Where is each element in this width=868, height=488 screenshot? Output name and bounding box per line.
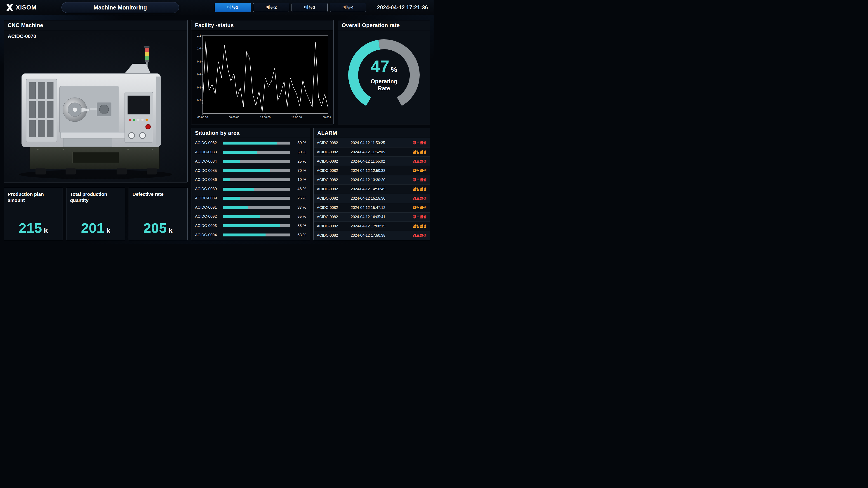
stat-number: 201: [81, 221, 104, 235]
situation-row: ACIDC-0092 55 %: [191, 212, 310, 221]
progress-bar-track: [223, 206, 290, 209]
menu-button[interactable]: 메뉴2: [253, 3, 289, 12]
svg-text:1.0: 1.0: [197, 47, 201, 50]
alarm-status-badge: 알림발생: [413, 205, 427, 210]
alarm-machine-name: ACIDC-0082: [317, 196, 351, 200]
progress-bar-fill: [223, 233, 266, 236]
svg-text:18:00:00: 18:00:00: [291, 116, 302, 119]
stat-card: Total production quantity 201 k: [66, 188, 125, 240]
svg-text:0.2: 0.2: [197, 99, 201, 102]
situation-machine-name: ACIDC-0086: [195, 177, 220, 182]
progress-bar-fill: [223, 224, 280, 227]
app-logo: XISOM: [6, 4, 37, 11]
alarm-row: ACIDC-0082 2024-04-12 15:15:30 경보발생: [314, 194, 430, 203]
stat-unit: k: [106, 226, 111, 235]
alarm-row: ACIDC-0082 2024-04-12 11:52:05 알림발생: [314, 147, 430, 157]
situation-machine-name: ACIDC-0083: [195, 150, 220, 155]
alarm-row: ACIDC-0082 2024-04-12 16:05:41 경보발생: [314, 212, 430, 222]
progress-bar-track: [223, 215, 290, 218]
alarm-row: ACIDC-0082 2024-04-12 11:50:25 경보발생: [314, 138, 430, 147]
alarm-machine-name: ACIDC-0082: [317, 141, 351, 145]
situation-machine-name: ACIDC-0085: [195, 168, 220, 173]
situation-machine-name: ACIDC-0092: [195, 214, 220, 219]
stats-row: Production plan amount 215 k Total produ…: [4, 188, 188, 240]
situation-machine-name: ACIDC-0084: [195, 159, 220, 164]
alarm-row: ACIDC-0082 2024-04-12 14:50:45 알림발생: [314, 184, 430, 194]
alarm-status-badge: 경보발생: [413, 159, 427, 164]
svg-text:1.2: 1.2: [197, 34, 201, 37]
alarm-timestamp: 2024-04-12 17:50:35: [351, 233, 413, 237]
operation-rate-title: Overall Operation rate: [338, 20, 430, 30]
alarm-timestamp: 2024-04-12 12:50:33: [351, 168, 413, 173]
machine-id-label: ACIDC-0070: [8, 33, 36, 39]
gauge-label: Operating Rate: [367, 78, 401, 92]
situation-row: ACIDC-0089 46 %: [191, 185, 310, 194]
alarm-timestamp: 2024-04-12 16:05:41: [351, 215, 413, 219]
alarm-machine-name: ACIDC-0082: [317, 159, 351, 163]
situation-row: ACIDC-0089 25 %: [191, 194, 310, 203]
progress-bar-track: [223, 224, 290, 227]
logo-text: XISOM: [16, 4, 37, 11]
stat-unit: k: [44, 226, 48, 235]
alarm-machine-name: ACIDC-0082: [317, 233, 351, 237]
alarm-status-badge: 경보발생: [413, 177, 427, 182]
progress-bar-track: [223, 178, 290, 181]
alarm-row: ACIDC-0082 2024-04-12 17:50:35 경보발생: [314, 231, 430, 240]
alarm-row: ACIDC-0082 2024-04-12 15:47:12 알림발생: [314, 203, 430, 212]
alarm-machine-name: ACIDC-0082: [317, 187, 351, 191]
alarm-row: ACIDC-0082 2024-04-12 12:50:33 알림발생: [314, 166, 430, 175]
alarm-timestamp: 2024-04-12 14:50:45: [351, 187, 413, 191]
page-title: Machine Monitoring: [61, 2, 179, 13]
situation-percent: 10 %: [293, 177, 306, 182]
alarm-timestamp: 2024-04-12 15:47:12: [351, 205, 413, 210]
alarm-status-badge: 경보발생: [413, 196, 427, 201]
menu-button[interactable]: 메뉴1: [215, 3, 251, 12]
menu-button[interactable]: 메뉴3: [291, 3, 328, 12]
alarm-status-badge: 알림발생: [413, 168, 427, 173]
stat-label: Production plan amount: [8, 191, 51, 203]
situation-by-area-panel: Situation by area ACIDC-0082 80 %: [191, 128, 310, 240]
alarm-row: ACIDC-0082 2024-04-12 13:30:20 경보발생: [314, 175, 430, 184]
facility-status-title: Facility -status: [191, 20, 333, 30]
progress-bar-fill: [223, 160, 240, 163]
progress-bar-track: [223, 188, 290, 191]
situation-percent: 37 %: [293, 205, 306, 210]
cnc-machine-panel: CNC Machine ACIDC-0070: [4, 20, 188, 183]
situation-percent: 25 %: [293, 159, 306, 164]
alarm-machine-name: ACIDC-0082: [317, 150, 351, 154]
situation-machine-name: ACIDC-0089: [195, 187, 220, 191]
alarm-timestamp: 2024-04-12 15:15:30: [351, 196, 413, 200]
cnc-machine-image: [6, 39, 186, 181]
alarm-timestamp: 2024-04-12 17:08:15: [351, 224, 413, 228]
svg-text:00:00:00: 00:00:00: [323, 116, 331, 119]
situation-row: ACIDC-0091 37 %: [191, 203, 310, 212]
gauge-value: 47: [371, 58, 390, 75]
situation-machine-name: ACIDC-0091: [195, 205, 220, 210]
situation-row: ACIDC-0082 80 %: [191, 138, 310, 148]
menu-button[interactable]: 메뉴4: [330, 3, 366, 12]
alarm-machine-name: ACIDC-0082: [317, 168, 351, 173]
situation-row: ACIDC-0084 25 %: [191, 157, 310, 166]
operation-rate-panel: Overall Operation rate 47 % Operating Ra…: [338, 20, 430, 124]
stat-unit: k: [168, 226, 173, 235]
top-bar: XISOM Machine Monitoring 메뉴1 메뉴2 메뉴3 메뉴4…: [0, 0, 434, 15]
progress-bar-track: [223, 197, 290, 200]
cnc-machine-title: CNC Machine: [4, 20, 187, 30]
datetime-display: 2024-04-12 17:21:36: [377, 4, 428, 11]
situation-percent: 50 %: [293, 150, 306, 155]
progress-bar-fill: [223, 188, 254, 191]
svg-text:0.6: 0.6: [197, 73, 201, 76]
gauge-center: 47 % Operating Rate: [345, 36, 423, 114]
progress-bar-fill: [223, 169, 270, 172]
situation-percent: 63 %: [293, 233, 306, 237]
situation-row: ACIDC-0093 85 %: [191, 221, 310, 231]
operation-rate-gauge: 47 % Operating Rate: [345, 36, 423, 114]
stat-value: 205 k: [132, 197, 184, 236]
progress-bar-fill: [223, 178, 230, 181]
alarm-timestamp: 2024-04-12 11:55:02: [351, 159, 413, 163]
alarm-panel: ALARM ACIDC-0082 2024-04-12 11:50:25 경보발…: [313, 128, 430, 240]
stat-card: Production plan amount 215 k: [4, 188, 63, 240]
progress-bar-track: [223, 141, 290, 144]
situation-percent: 46 %: [293, 187, 306, 191]
alarm-timestamp: 2024-04-12 13:30:20: [351, 178, 413, 182]
